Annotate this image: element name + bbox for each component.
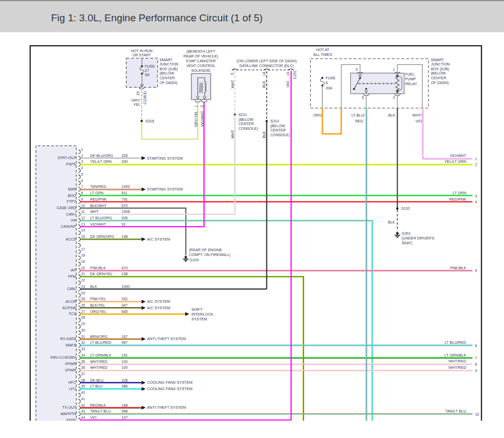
svg-text:FUSE: FUSE (325, 76, 335, 80)
svg-text:SMART: SMART (159, 58, 173, 62)
svg-text:CAN+: CAN+ (66, 212, 76, 216)
svg-text:13: 13 (81, 222, 86, 226)
svg-text:S211: S211 (239, 113, 247, 117)
svg-text:DK GRN/ORG: DK GRN/ORG (90, 235, 114, 238)
svg-text:PSPS: PSPS (66, 162, 76, 166)
svg-text:11: 11 (81, 210, 85, 213)
svg-text:VIO/WHT: VIO/WHT (90, 222, 107, 226)
svg-text:S132: S132 (401, 206, 410, 210)
svg-text:JUNCTION: JUNCTION (159, 62, 178, 66)
svg-text:791: 791 (122, 197, 128, 201)
svg-text:29: 29 (136, 92, 140, 96)
svg-text:BOO: BOO (68, 194, 76, 197)
svg-text:TAN/LT BLU: TAN/LT BLU (445, 409, 466, 414)
svg-text:DK GRN/YEL: DK GRN/YEL (90, 272, 113, 276)
svg-text:PNK/YEL: PNK/YEL (90, 297, 106, 301)
svg-text:STRT-OUT: STRT-OUT (57, 156, 77, 160)
svg-text:OF DASH): OF DASH) (159, 81, 177, 85)
svg-text:FPM: FPM (68, 275, 76, 278)
svg-text:ALL TIMES: ALL TIMES (313, 53, 332, 56)
svg-text:YEL/LT GRN: YEL/LT GRN (444, 159, 466, 164)
svg-text:38: 38 (81, 378, 86, 382)
svg-text:31: 31 (81, 335, 86, 338)
svg-text:470: 470 (122, 266, 128, 270)
svg-text:TAN/LT BLU: TAN/LT BLU (90, 409, 111, 413)
svg-text:DATA LINK CONNECTOR (DLC): DATA LINK CONNECTOR (DLC) (239, 64, 293, 68)
svg-text:S318: S318 (146, 119, 154, 123)
svg-text:LT GRN/BLK: LT GRN/BLK (444, 353, 466, 358)
svg-text:WHT/RED: WHT/RED (448, 365, 466, 370)
svg-text:1: 1 (475, 157, 477, 161)
svg-text:A/C SYSTEM: A/C SYSTEM (147, 299, 171, 304)
svg-text:10: 10 (475, 412, 480, 416)
svg-text:RED/BLK: RED/BLK (90, 403, 106, 407)
svg-text:WHT/: WHT/ (413, 113, 422, 117)
svg-text:REAR OF VEHICLE): REAR OF VEHICLE) (183, 54, 218, 59)
svg-text:1090: 1090 (122, 285, 130, 288)
svg-text:6: 6 (230, 73, 234, 75)
svg-text:191: 191 (122, 353, 128, 357)
svg-text:1: 1 (194, 105, 198, 107)
svg-text:8: 8 (81, 191, 83, 195)
svg-text:BLK: BLK (262, 131, 266, 138)
svg-text:FP: FP (71, 219, 76, 222)
svg-text:LT BLU/RED: LT BLU/RED (444, 340, 466, 345)
svg-text:IAT: IAT (71, 268, 77, 272)
svg-text:WHT: WHT (231, 130, 234, 139)
svg-text:LT BLU/ORG: LT BLU/ORG (90, 216, 112, 220)
svg-text:LT BLU/RED: LT BLU/RED (90, 341, 112, 344)
svg-text:VENT CONTROL: VENT CONTROL (186, 64, 215, 68)
svg-text:VIO: VIO (286, 80, 290, 87)
svg-text:14: 14 (81, 228, 86, 232)
svg-text:DK BLU/ORG: DK BLU/ORG (90, 154, 113, 158)
svg-text:43: 43 (81, 409, 86, 413)
svg-text:12: 12 (81, 216, 86, 220)
svg-text:28: 28 (81, 316, 86, 319)
svg-text:SHIFT: SHIFT (191, 307, 203, 312)
svg-text:ACPSW: ACPSW (62, 306, 76, 310)
svg-text:JUNCTION: JUNCTION (431, 62, 450, 66)
svg-text:VMV-CC/EVMV: VMV-CC/EVMV (50, 356, 76, 359)
svg-text:5: 5 (475, 269, 477, 272)
svg-text:13: 13 (286, 72, 290, 76)
svg-text:TCS: TCS (69, 312, 76, 316)
svg-text:RX-DATA: RX-DATA (60, 337, 76, 341)
svg-text:WHT/RED: WHT/RED (90, 360, 108, 363)
svg-text:MAFS: MAFS (66, 343, 77, 347)
svg-text:STARTING SYSTEM: STARTING SYSTEM (147, 156, 183, 161)
svg-text:LT GRN: LT GRN (452, 191, 466, 195)
svg-text:C2280D: C2280D (143, 91, 147, 104)
svg-text:A/C SYSTEM: A/C SYSTEM (147, 305, 171, 310)
svg-text:6: 6 (81, 179, 83, 183)
svg-text:347: 347 (122, 303, 128, 307)
svg-text:5: 5 (81, 172, 83, 176)
svg-text:STARTING SYSTEM: STARTING SYSTEM (147, 187, 183, 192)
svg-text:1: 1 (393, 68, 395, 71)
svg-text:CANVNT: CANVNT (61, 225, 77, 228)
svg-text:CONSOLE): CONSOLE) (239, 127, 258, 131)
svg-text:FTPT: FTPT (67, 200, 77, 203)
svg-text:HFC: HFC (69, 381, 76, 384)
svg-text:VIO/WHT: VIO/WHT (200, 111, 204, 127)
svg-text:VPWR: VPWR (65, 362, 76, 366)
svg-text:2: 2 (200, 105, 204, 107)
svg-text:168: 168 (122, 403, 128, 407)
svg-text:HOT IN RUN: HOT IN RUN (131, 49, 153, 53)
svg-text:TAN/RED: TAN/RED (90, 185, 106, 188)
svg-text:ORG/YEL: ORG/YEL (90, 310, 107, 313)
svg-text:LT GRN: LT GRN (90, 191, 104, 195)
svg-text:BLK: BLK (388, 220, 396, 224)
svg-text:ACCS: ACCS (66, 237, 77, 241)
svg-text:LT BLU/: LT BLU/ (351, 113, 365, 117)
svg-text:(BELOW: (BELOW (239, 118, 254, 122)
svg-text:LT BLU: LT BLU (90, 384, 103, 388)
svg-text:SMR: SMR (68, 187, 76, 191)
svg-text:ANTI-THEFT SYSTEM: ANTI-THEFT SYSTEM (147, 336, 186, 341)
svg-text:331: 331 (122, 297, 128, 301)
svg-text:32: 32 (81, 341, 86, 344)
svg-text:9: 9 (475, 369, 477, 373)
svg-text:8: 8 (475, 362, 477, 366)
svg-text:(BELOW: (BELOW (271, 124, 285, 128)
svg-text:SYSTEM: SYSTEM (191, 317, 207, 321)
svg-text:WHT: WHT (231, 79, 234, 88)
